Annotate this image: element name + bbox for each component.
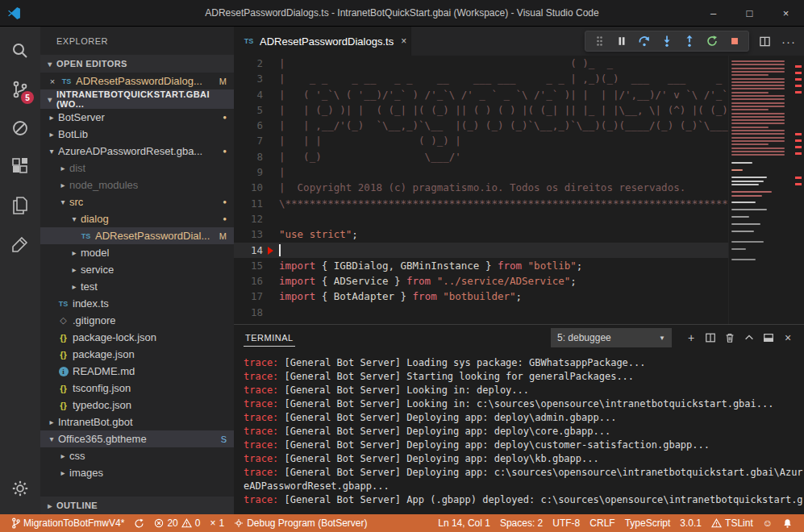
language-indicator[interactable]: TypeScript [620, 514, 676, 532]
close-panel-icon[interactable]: × [778, 327, 798, 348]
explorer-files-icon[interactable] [0, 186, 40, 225]
code-line-6[interactable]: 6| | ,__/'(_) `\__,_)`\__ |(_) (_) (_)`\… [234, 118, 728, 133]
tree-item-dialog[interactable]: ▾dialog● [40, 210, 234, 227]
git-branch-item[interactable]: MigrationToBotFmwV4* [6, 514, 129, 532]
code-line-2[interactable]: 2| ( )_ _ | [234, 56, 728, 71]
step-over-button[interactable] [634, 32, 655, 50]
code-text [279, 243, 281, 258]
restart-button[interactable] [702, 32, 723, 50]
tree-item-css[interactable]: ▸css [40, 447, 234, 464]
kill-terminal-icon[interactable] [720, 327, 739, 348]
eol-indicator[interactable]: CRLF [585, 514, 619, 532]
tree-item-model[interactable]: ▸model [40, 244, 234, 261]
step-out-button[interactable] [679, 32, 700, 50]
workspace-root-header[interactable]: ▾ INTRANETBOTQUICKSTART.GBAI (WO... [40, 89, 234, 109]
tree-item-images[interactable]: ▸images [40, 464, 234, 481]
more-actions-icon[interactable]: ··· [778, 27, 799, 56]
code-line-15[interactable]: 15import { IGBDialog, GBMinInstance } fr… [234, 258, 728, 273]
split-terminal-icon[interactable] [701, 327, 720, 348]
edit-icon[interactable] [0, 225, 40, 264]
tab-adresetpassworddialogs[interactable]: TS ADResetPasswordDialogs.ts × [234, 27, 411, 56]
tree-item-botserver[interactable]: ▸BotServer● [40, 109, 234, 126]
source-control-icon[interactable]: 5 [0, 70, 40, 109]
tree-item-index-ts[interactable]: TSindex.ts [40, 295, 234, 312]
code-lines[interactable]: 2| ( )_ _ |3| _ _ _ __ _ _ __ ___ ___ _ … [234, 56, 728, 324]
line-number: 5 [234, 102, 263, 118]
ts-version-indicator[interactable]: 3.0.1 [675, 514, 706, 532]
code-line-7[interactable]: 7| | | ( )_) | | [234, 133, 728, 148]
open-editor-item-adresetpassworddialog[interactable]: ×TSADResetPasswordDialog...M [40, 73, 234, 89]
extensions-icon[interactable] [0, 148, 40, 186]
chevron-down-icon: ▼ [659, 335, 665, 342]
tree-item-node-modules[interactable]: ▸node_modules [40, 177, 234, 193]
tree-item-typedoc-json[interactable]: {}typedoc.json [40, 397, 234, 414]
gutter [263, 71, 279, 86]
pause-button[interactable] [611, 32, 632, 50]
gutter [263, 118, 279, 133]
maximize-button[interactable]: □ [731, 0, 768, 26]
encoding-indicator[interactable]: UTF-8 [548, 514, 585, 532]
code-line-9[interactable]: 9| | [234, 164, 728, 180]
close-button[interactable]: × [768, 0, 804, 26]
close-editor-icon[interactable]: × [45, 77, 60, 86]
toggle-panel-icon[interactable] [759, 327, 778, 348]
code-line-17[interactable]: 17import { BotAdapter } from "botbuilder… [234, 289, 728, 304]
code-line-3[interactable]: 3| _ _ _ __ _ _ __ ___ ___ _ _ | ,_)(_) … [234, 71, 728, 86]
settings-gear-icon[interactable] [0, 469, 40, 508]
tree-item-package-json[interactable]: {}package.json [40, 346, 234, 363]
notifications-bell-icon[interactable] [777, 514, 798, 532]
terminal-output[interactable]: trace: [General Bot Server] Loading sys … [234, 351, 804, 514]
code-line-14[interactable]: 14 [234, 243, 728, 258]
open-editors-header[interactable]: ▾ OPEN EDITORS [40, 55, 234, 73]
code-line-11[interactable]: 11\*************************************… [234, 196, 728, 211]
code-line-18[interactable]: 18 [234, 305, 728, 320]
indentation-indicator[interactable]: Spaces: 2 [495, 514, 548, 532]
code-line-8[interactable]: 8| (_) \___/' | [234, 149, 728, 164]
tree-item-office365-gbtheme[interactable]: ▾Office365.gbthemeS [40, 430, 234, 447]
tree-item-test[interactable]: ▸test [40, 278, 234, 295]
minimap[interactable] [728, 56, 793, 324]
split-editor-icon[interactable] [754, 27, 775, 56]
code-editor[interactable]: 2| ( )_ _ |3| _ _ _ __ _ _ __ ___ ___ _ … [234, 56, 804, 324]
tree-item-intranetbot-gbot[interactable]: ▸IntranetBot.gbot [40, 414, 234, 430]
minimize-button[interactable]: – [695, 0, 731, 26]
code-line-4[interactable]: 4| ( '_`\ ( '__)/'_` ) /'_`\ /' _ ` _ `\… [234, 87, 728, 102]
stop-button[interactable] [724, 32, 745, 50]
debug-program-item[interactable]: Debug Program (BotServer) [229, 514, 372, 532]
terminal-tab[interactable]: TERMINAL [244, 330, 295, 347]
tree-item-gitignore[interactable]: ◇.gitignore [40, 312, 234, 329]
sync-item[interactable] [129, 514, 149, 532]
toolbar-grip[interactable] [589, 32, 610, 50]
tree-item-adresetpassworddial[interactable]: TSADResetPasswordDial...M [40, 227, 234, 244]
outline-header[interactable]: ▸ OUTLINE [40, 497, 234, 514]
maximize-panel-icon[interactable] [739, 327, 759, 348]
debug-icon[interactable] [0, 109, 40, 148]
search-icon[interactable] [0, 31, 40, 70]
code-line-16[interactable]: 16import { ADService } from "../service/… [234, 273, 728, 289]
tab-close-icon[interactable]: × [401, 35, 406, 47]
tree-item-package-lock-json[interactable]: {}package-lock.json [40, 329, 234, 346]
overview-ruler[interactable] [793, 56, 804, 324]
code-line-13[interactable]: 13"use strict"; [234, 227, 728, 242]
minimap-line [731, 130, 785, 131]
code-line-5[interactable]: 5| | (_) )| | ( (_| |( (_) || ( ) ( ) |(… [234, 102, 728, 118]
tree-item-src[interactable]: ▾src● [40, 193, 234, 210]
tree-item-readme-md[interactable]: iREADME.md [40, 363, 234, 380]
code-line-10[interactable]: 10| Copyright 2018 (c) pragmatismo.io. T… [234, 180, 728, 195]
minimap-line [731, 162, 752, 164]
new-terminal-icon[interactable]: + [681, 327, 701, 348]
tree-item-botlib[interactable]: ▸BotLib [40, 126, 234, 143]
line-col-indicator[interactable]: Ln 14, Col 1 [433, 514, 495, 532]
tree-item-dist[interactable]: ▸dist [40, 160, 234, 177]
tree-item-service[interactable]: ▸service [40, 261, 234, 278]
tslint-item[interactable]: TSLint [706, 514, 758, 532]
tree-item-azureadpasswordreset-gba[interactable]: ▾AzureADPasswordReset.gba...● [40, 143, 234, 160]
step-into-button[interactable] [656, 32, 677, 50]
chevron-collapsed-icon: ▸ [45, 418, 58, 426]
cross-count-item[interactable]: × 1 [205, 514, 229, 532]
terminal-select[interactable]: 5: debuggee ▼ [551, 328, 672, 347]
feedback-smiley-icon[interactable]: ☺ [758, 514, 777, 532]
problems-item[interactable]: 20 0 [149, 514, 205, 532]
tree-item-tsconfig-json[interactable]: {}tsconfig.json [40, 380, 234, 397]
code-line-12[interactable]: 12 [234, 211, 728, 227]
